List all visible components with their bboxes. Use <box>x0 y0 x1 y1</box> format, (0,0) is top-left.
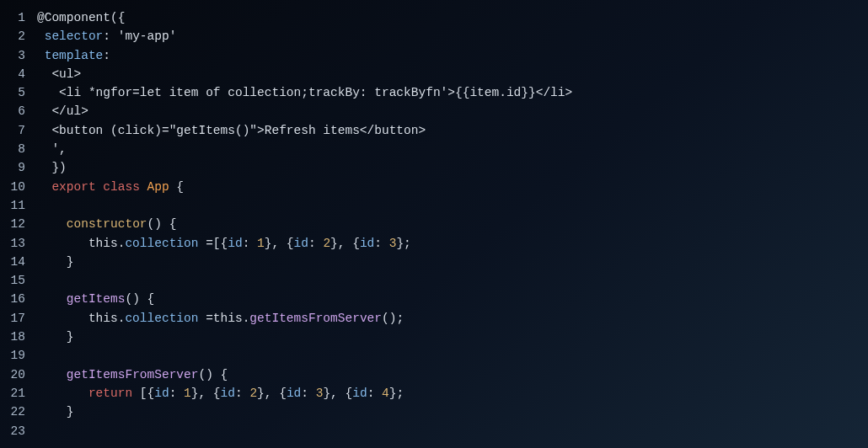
code-token: </ul> <box>37 104 88 118</box>
code-line[interactable]: <li *ngfor=let item of collection;trackB… <box>37 83 868 102</box>
code-token <box>37 29 45 43</box>
code-line[interactable] <box>37 422 868 440</box>
line-number: 5 <box>0 83 25 102</box>
code-token: }, { <box>265 237 294 250</box>
code-token: [{ <box>132 387 154 400</box>
code-line[interactable]: selector: 'my-app' <box>37 27 868 45</box>
code-line[interactable]: this.collection =[{id: 1}, {id: 2}, {id:… <box>37 234 868 253</box>
line-number: 23 <box>0 422 25 440</box>
code-token: selector <box>45 29 104 43</box>
code-token <box>140 180 147 194</box>
code-line[interactable]: </ul> <box>37 102 868 120</box>
code-token: (); <box>382 312 404 325</box>
code-token: id <box>287 387 301 400</box>
code-token: ', <box>37 142 67 156</box>
code-token: constructor <box>67 217 147 231</box>
code-token: return <box>88 387 132 400</box>
code-token: 1 <box>184 387 191 400</box>
code-token: id <box>352 387 367 400</box>
line-number: 10 <box>0 178 25 196</box>
line-number: 14 <box>0 253 25 271</box>
code-token: 2 <box>323 237 330 250</box>
line-number: 2 <box>0 27 25 45</box>
code-token: () { <box>147 217 177 231</box>
code-token: class <box>103 180 140 194</box>
code-token: : <box>235 387 249 400</box>
code-line[interactable]: } <box>37 253 868 271</box>
code-line[interactable] <box>37 271 868 290</box>
code-token: this. <box>37 237 125 250</box>
line-number: 6 <box>0 102 25 120</box>
code-token <box>37 49 45 62</box>
code-token: : <box>243 237 257 250</box>
code-token: id <box>221 387 235 400</box>
code-token: : <box>103 49 110 62</box>
code-token: () { <box>198 368 228 381</box>
code-token: collection <box>125 237 198 250</box>
line-number: 22 <box>0 403 25 421</box>
code-token: <button (click)="getItems()">Refresh ite… <box>37 124 426 137</box>
code-token: : <box>374 237 388 250</box>
code-line[interactable]: constructor() { <box>37 215 868 233</box>
code-line[interactable]: export class App { <box>37 178 868 196</box>
code-token <box>37 292 67 306</box>
code-line[interactable]: <button (click)="getItems()">Refresh ite… <box>37 121 868 140</box>
code-token: : <box>308 237 323 250</box>
code-token: }, { <box>191 387 221 400</box>
line-number: 13 <box>0 234 25 253</box>
line-number: 20 <box>0 365 25 384</box>
code-token: getItemsFromServer <box>249 312 382 325</box>
code-line[interactable] <box>37 196 868 215</box>
code-line[interactable]: getItemsFromServer() { <box>37 365 868 384</box>
code-line[interactable]: } <box>37 403 868 421</box>
code-line[interactable]: } <box>37 328 868 346</box>
code-token: template <box>45 49 104 62</box>
line-number: 3 <box>0 46 25 65</box>
code-token: collection <box>125 312 198 325</box>
line-number-gutter: 1234567891011121314151617181920212223 <box>0 8 30 440</box>
code-line[interactable]: @Component({ <box>37 8 868 27</box>
code-token: <ul> <box>37 67 81 81</box>
code-token: }; <box>396 237 410 250</box>
code-token: 2 <box>249 387 257 400</box>
code-line[interactable]: template: <box>37 46 868 65</box>
line-number: 7 <box>0 121 25 140</box>
code-token <box>37 387 88 400</box>
code-line[interactable]: this.collection =this.getItemsFromServer… <box>37 309 868 328</box>
code-token: }, { <box>330 237 360 250</box>
line-number: 1 <box>0 8 25 27</box>
line-number: 11 <box>0 196 25 215</box>
line-number: 19 <box>0 346 25 365</box>
code-line[interactable]: return [{id: 1}, {id: 2}, {id: 3}, {id: … <box>37 384 868 403</box>
code-token: : <box>367 387 382 400</box>
code-token: () { <box>125 292 154 306</box>
code-token: : <box>169 387 184 400</box>
code-token: id <box>154 387 169 400</box>
code-token <box>37 180 51 194</box>
code-token: { <box>169 180 184 194</box>
code-editor[interactable]: 1234567891011121314151617181920212223 @C… <box>0 0 868 440</box>
code-token: <li *ngfor=let item of collection;trackB… <box>37 86 572 99</box>
code-line[interactable]: }) <box>37 158 868 177</box>
line-number: 15 <box>0 271 25 290</box>
code-token <box>37 217 67 231</box>
code-token: }, { <box>323 387 352 400</box>
code-area[interactable]: @Component({ selector: 'my-app' template… <box>30 8 868 440</box>
code-line[interactable] <box>37 346 868 365</box>
line-number: 21 <box>0 384 25 403</box>
line-number: 8 <box>0 140 25 158</box>
code-line[interactable]: ', <box>37 140 868 158</box>
code-line[interactable]: <ul> <box>37 65 868 83</box>
code-token: this. <box>37 312 125 325</box>
code-token: : 'my-app' <box>103 29 176 43</box>
code-token: getItemsFromServer <box>67 368 199 381</box>
code-token: getItems <box>67 292 126 306</box>
code-token: }; <box>389 387 404 400</box>
code-token: 4 <box>382 387 389 400</box>
code-token: } <box>37 405 74 419</box>
code-token: id <box>294 237 308 250</box>
line-number: 16 <box>0 290 25 308</box>
code-token: }) <box>37 161 67 174</box>
code-line[interactable]: getItems() { <box>37 290 868 308</box>
code-token: export <box>51 180 95 194</box>
